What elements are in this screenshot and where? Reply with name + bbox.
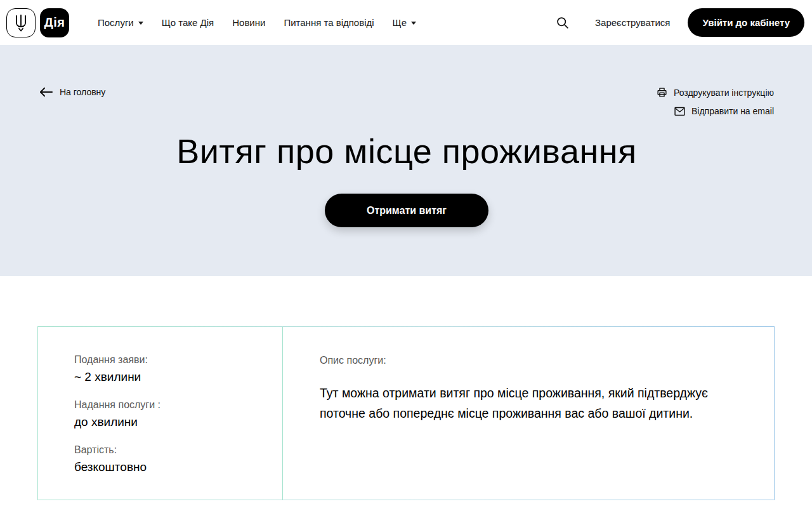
- diia-logo[interactable]: Дія: [40, 8, 69, 37]
- send-email-link[interactable]: Відправити на email: [674, 106, 774, 116]
- fact-cost: Вартість: безкоштовно: [74, 444, 263, 474]
- get-extract-button[interactable]: Отримати витяг: [325, 194, 488, 227]
- nav-item-label: Новини: [232, 17, 265, 28]
- nav-item-faq[interactable]: Питання та відповіді: [284, 17, 374, 28]
- login-button[interactable]: Увійти до кабінету: [688, 8, 804, 37]
- nav-item-label: Питання та відповіді: [284, 17, 374, 28]
- utility-links: Роздрукувати інструкцію Відправити на em…: [657, 87, 774, 116]
- email-link-label: Відправити на email: [691, 106, 774, 116]
- cta-wrap: Отримати витяг: [39, 194, 774, 227]
- print-link-label: Роздрукувати інструкцію: [674, 88, 774, 98]
- page: Дія Послуги Що таке Дія Новини Питання т…: [0, 0, 812, 511]
- envelope-icon: [674, 107, 685, 116]
- logo-group: Дія: [6, 8, 69, 37]
- fact-value: безкоштовно: [74, 460, 263, 474]
- service-info-card: Подання заяви: ~ 2 хвилини Надання послу…: [37, 326, 775, 500]
- fact-value: ~ 2 хвилини: [74, 370, 263, 384]
- diia-logo-text: Дія: [44, 15, 65, 30]
- nav-item-news[interactable]: Новини: [232, 17, 265, 28]
- description-label: Опис послуги:: [320, 355, 736, 366]
- back-to-home-link[interactable]: На головну: [39, 87, 105, 97]
- fact-label: Подання заяви:: [74, 354, 263, 366]
- chevron-down-icon: [138, 22, 143, 25]
- nav-item-label: Що таке Дія: [162, 17, 214, 28]
- nav-item-label: Послуги: [98, 17, 134, 28]
- print-instruction-link[interactable]: Роздрукувати інструкцію: [657, 87, 774, 98]
- fact-submission-time: Подання заяви: ~ 2 хвилини: [74, 354, 263, 384]
- hero-section: На головну Роздрукувати інструкцію: [0, 45, 812, 276]
- nav-item-about-diia[interactable]: Що таке Дія: [162, 17, 214, 28]
- fact-service-duration: Надання послуги : до хвилини: [74, 399, 263, 429]
- service-facts-column: Подання заяви: ~ 2 хвилини Надання послу…: [38, 327, 283, 500]
- coat-of-arms-logo[interactable]: [6, 8, 36, 37]
- fact-value: до хвилини: [74, 415, 263, 429]
- page-title: Витяг про місце проживання: [39, 131, 774, 171]
- main-content: Подання заяви: ~ 2 хвилини Надання послу…: [0, 276, 812, 500]
- back-arrow-icon: [39, 87, 53, 97]
- hero-top-row: На головну Роздрукувати інструкцію: [39, 87, 774, 116]
- register-link[interactable]: Зареєструватися: [595, 17, 670, 28]
- printer-icon: [657, 87, 667, 98]
- header-right: Зареєструватися Увійти до кабінету: [554, 8, 804, 37]
- top-navbar: Дія Послуги Що таке Дія Новини Питання т…: [0, 0, 812, 45]
- back-link-label: На головну: [60, 87, 105, 97]
- nav-item-services[interactable]: Послуги: [98, 17, 143, 28]
- chevron-down-icon: [411, 22, 416, 25]
- fact-label: Вартість:: [74, 444, 263, 456]
- description-text: Тут можна отримати витяг про місце прожи…: [320, 383, 726, 423]
- trident-icon: [13, 14, 29, 32]
- service-description-column: Опис послуги: Тут можна отримати витяг п…: [283, 327, 774, 500]
- fact-label: Надання послуги :: [74, 399, 263, 411]
- nav-item-label: Ще: [393, 17, 407, 28]
- nav-item-more[interactable]: Ще: [393, 17, 416, 28]
- main-nav: Послуги Що таке Дія Новини Питання та ві…: [98, 17, 416, 28]
- search-icon[interactable]: [554, 15, 570, 30]
